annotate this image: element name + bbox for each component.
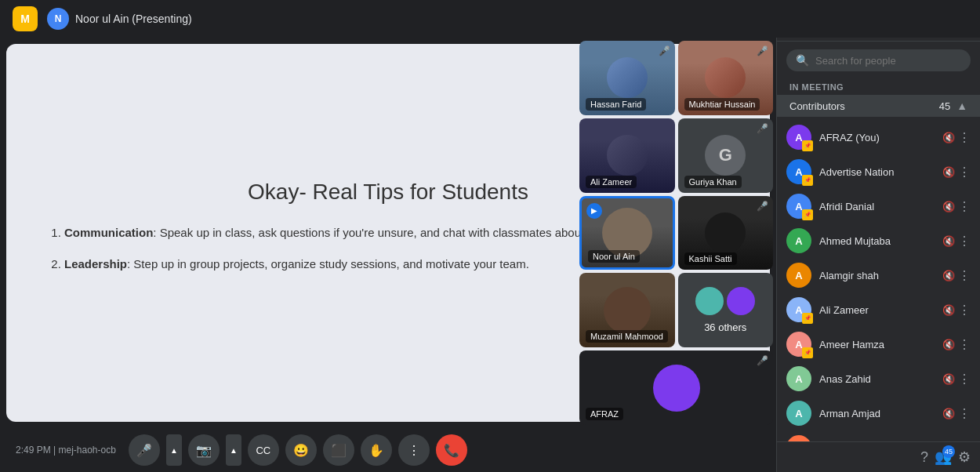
person-name: Anas Zahid bbox=[819, 373, 935, 385]
name-hassan: Hassan Farid bbox=[586, 98, 646, 111]
pin-badge: 📌 bbox=[802, 313, 813, 324]
person-more-button[interactable]: ⋮ bbox=[958, 372, 971, 387]
person-controls: 🔇⋮ bbox=[942, 130, 971, 145]
person-mic-muted-icon: 🔇 bbox=[942, 270, 955, 281]
person-more-button[interactable]: ⋮ bbox=[958, 268, 971, 283]
person-name: Ali Zameer bbox=[819, 304, 935, 316]
person-avatar: A📌 bbox=[786, 297, 811, 322]
name-muzamil: Muzamil Mahmood bbox=[586, 330, 668, 343]
person-item: AAhmed Mujtaba🔇⋮ bbox=[777, 223, 980, 258]
more-options-button[interactable]: ⋮ bbox=[398, 434, 430, 466]
afraz-avatar bbox=[653, 365, 700, 412]
others-content: 36 others bbox=[695, 287, 755, 333]
name-mukhtiar: Mukhtiar Hussain bbox=[684, 98, 760, 111]
person-controls: 🔇⋮ bbox=[942, 199, 971, 214]
video-tile-guriya: G 🎤 Guriya Khan bbox=[678, 118, 774, 193]
raise-hand-button[interactable]: ✋ bbox=[361, 434, 392, 466]
meet-logo: M bbox=[13, 6, 38, 31]
emoji-button[interactable]: 😀 bbox=[285, 434, 317, 466]
person-item: A📌Afridi Danial🔇⋮ bbox=[777, 189, 980, 223]
contributors-row[interactable]: Contributors 45 ▲ bbox=[777, 95, 980, 117]
name-guriya: Guriya Khan bbox=[684, 176, 742, 188]
person-mic-muted-icon: 🔇 bbox=[942, 304, 955, 316]
person-more-button[interactable]: ⋮ bbox=[958, 165, 971, 180]
video-grid: 🎤 Hassan Farid 🎤 Mukhtiar Hussain Ali Za… bbox=[576, 38, 776, 428]
person-item: A📌Ameer Hamza🔇⋮ bbox=[777, 327, 980, 361]
video-tile-noor: ▶ Noor ul Ain bbox=[579, 196, 675, 270]
person-item: A📌Ali Zameer🔇⋮ bbox=[777, 292, 980, 327]
presenter-name: Noor ul Ain (Presenting) bbox=[75, 13, 192, 25]
name-ali: Ali Zameer bbox=[586, 176, 637, 188]
pin-badge: 📌 bbox=[802, 209, 813, 220]
person-avatar: A📌 bbox=[786, 125, 811, 150]
person-more-button[interactable]: ⋮ bbox=[958, 337, 971, 352]
point1-bold: Communication bbox=[64, 226, 153, 239]
mic-muted-hassan: 🎤 bbox=[659, 45, 670, 56]
video-tile-ali: Ali Zameer bbox=[579, 118, 675, 193]
people-panel: People × 🔍 IN MEETING Contributors 45 ▲ … bbox=[776, 0, 980, 472]
person-avatar: A📌 bbox=[786, 159, 811, 184]
captions-button[interactable]: CC bbox=[248, 434, 279, 466]
person-name: Advertise Nation bbox=[819, 166, 935, 178]
mic-toggle-button[interactable]: 🎤 bbox=[129, 434, 160, 466]
participants-count-badge: 45 bbox=[942, 445, 955, 458]
settings-btn-wrap: ⚙ bbox=[958, 448, 971, 466]
camera-toggle-button[interactable]: 📷 bbox=[188, 434, 220, 466]
person-controls: 🔇⋮ bbox=[942, 372, 971, 387]
pin-badge: 📌 bbox=[802, 347, 813, 358]
person-avatar: A📌 bbox=[786, 332, 811, 357]
people-count-btn-wrap: 👥 45 bbox=[935, 448, 952, 466]
mic-options-button[interactable]: ▲ bbox=[166, 434, 182, 466]
pin-badge: 📌 bbox=[802, 140, 813, 151]
person-name: Ameer Hamza bbox=[819, 339, 935, 350]
person-item: AArman Amjad🔇⋮ bbox=[777, 396, 980, 430]
mic-muted-mukhtiar: 🎤 bbox=[757, 45, 768, 56]
person-avatar: A📌 bbox=[786, 194, 811, 219]
chevron-up-icon: ▲ bbox=[956, 100, 967, 112]
person-more-button[interactable]: ⋮ bbox=[958, 130, 971, 145]
presenter-avatar: N bbox=[47, 8, 69, 30]
presenter-info: N Noor ul Ain (Presenting) bbox=[47, 8, 192, 30]
person-item: AAlamgir shah🔇⋮ bbox=[777, 258, 980, 292]
mic-muted-guriya: 🎤 bbox=[757, 123, 768, 134]
person-more-button[interactable]: ⋮ bbox=[958, 303, 971, 318]
search-bar[interactable]: 🔍 bbox=[786, 49, 971, 71]
person-mic-muted-icon: 🔇 bbox=[942, 408, 955, 419]
search-icon: 🔍 bbox=[796, 54, 809, 67]
person-mic-muted-icon: 🔇 bbox=[942, 201, 955, 212]
person-name: AFRAZ (You) bbox=[819, 132, 935, 143]
person-avatar: A bbox=[786, 228, 811, 253]
person-more-button[interactable]: ⋮ bbox=[958, 234, 971, 249]
person-controls: 🔇⋮ bbox=[942, 337, 971, 352]
mic-muted-afraz: 🎤 bbox=[757, 355, 768, 366]
person-avatar: A bbox=[786, 263, 811, 288]
help-icon[interactable]: ? bbox=[920, 449, 928, 465]
person-avatar: D bbox=[786, 435, 811, 441]
camera-options-button[interactable]: ▲ bbox=[226, 434, 241, 466]
share-button[interactable]: ⬛ bbox=[323, 434, 354, 466]
person-item: A📌AFRAZ (You)🔇⋮ bbox=[777, 120, 980, 154]
person-mic-muted-icon: 🔇 bbox=[942, 235, 955, 247]
contributors-count: 45 bbox=[939, 100, 950, 112]
name-kashii: Kashii Satti bbox=[684, 252, 737, 265]
topbar: M N Noor ul Ain (Presenting) bbox=[0, 0, 980, 38]
person-more-button[interactable]: ⋮ bbox=[958, 406, 971, 421]
person-more-button[interactable]: ⋮ bbox=[958, 199, 971, 214]
pin-badge: 📌 bbox=[802, 175, 813, 186]
end-call-button[interactable]: 📞 bbox=[436, 434, 467, 466]
person-item: A📌Advertise Nation🔇⋮ bbox=[777, 154, 980, 189]
person-mic-muted-icon: 🔇 bbox=[942, 166, 955, 178]
person-controls: 🔇⋮ bbox=[942, 268, 971, 283]
help-btn-wrap: ? bbox=[920, 449, 928, 466]
search-input[interactable] bbox=[815, 55, 961, 67]
person-avatar: A bbox=[786, 401, 811, 426]
others-avatars bbox=[695, 287, 755, 315]
name-afraz: AFRAZ bbox=[586, 408, 623, 420]
person-mic-muted-icon: 🔇 bbox=[942, 373, 955, 385]
person-item: DDaniyal Zafar🔇⋮ bbox=[777, 430, 980, 441]
settings-icon[interactable]: ⚙ bbox=[958, 449, 971, 465]
meeting-time: 2:49 PM | mej-haoh-ocb bbox=[16, 445, 116, 456]
person-mic-muted-icon: 🔇 bbox=[942, 132, 955, 143]
video-tile-others[interactable]: 36 others bbox=[678, 273, 774, 347]
person-name: Afridi Danial bbox=[819, 201, 935, 212]
